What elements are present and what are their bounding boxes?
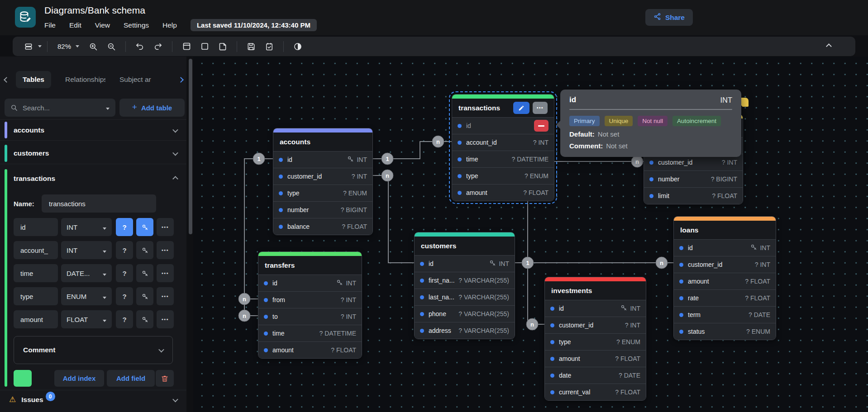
table-field-row[interactable]: to? INT [258,308,362,325]
field-more-button[interactable]: ••• [157,241,174,259]
table-field-row[interactable]: amount? FLOAT [545,350,646,367]
menu-file[interactable]: File [44,21,56,29]
table-header[interactable]: accounts [273,133,372,151]
table-header[interactable]: customers [415,237,515,255]
accordion-item-accounts[interactable]: accounts [0,119,186,141]
table-field-row[interactable]: idINT [674,239,776,256]
issues-bar[interactable]: ⚠ Issues 0 [0,390,186,409]
zoom-in-button[interactable] [85,39,102,54]
delete-field-button[interactable] [534,120,548,132]
table-field-row[interactable]: account_id? INT [452,134,554,151]
diagram-table-customers[interactable]: customersidINTfirst_na...? VARCHAR(255)l… [414,232,515,339]
primary-key-toggle[interactable] [136,264,153,282]
comment-collapsible[interactable]: Comment [14,336,173,364]
table-color-swatch[interactable] [14,370,32,387]
table-field-row[interactable]: type? ENUM [545,333,646,350]
theme-toggle-button[interactable] [289,39,306,54]
table-header[interactable]: investments [545,281,646,300]
table-header[interactable]: loans [674,221,776,239]
table-more-button[interactable]: ••• [533,102,548,114]
diagram-canvas[interactable]: 1nn1nn1nnn accountsidINTcustomer_id? INT… [193,57,868,412]
primary-key-toggle[interactable] [136,218,153,236]
zoom-out-button[interactable] [103,39,120,54]
table-field-row[interactable]: idINT [545,300,646,317]
tab-relationships[interactable]: Relationships [58,71,105,88]
primary-key-toggle[interactable] [136,287,153,305]
undo-button[interactable] [131,39,148,54]
search-input[interactable] [23,104,91,112]
diagram-table-investments[interactable]: investmentsidINTcustomer_id? INTtype? EN… [544,277,646,401]
add-table-button[interactable]: + Add table [119,99,185,117]
field-name-input[interactable]: type [14,287,58,305]
field-type-select[interactable]: INT [61,218,112,236]
tab-tables[interactable]: Tables [16,71,51,88]
nullable-toggle[interactable]: ? [116,218,133,236]
menu-view[interactable]: View [95,21,110,29]
table-field-row[interactable]: id [452,117,554,134]
table-field-row[interactable]: customer_id? INT [545,317,646,333]
table-field-row[interactable]: status? ENUM [674,323,776,340]
table-field-row[interactable]: address? VARCHAR(255) [415,322,515,339]
field-more-button[interactable]: ••• [157,218,174,236]
table-search[interactable] [5,99,115,117]
menu-edit[interactable]: Edit [69,21,81,29]
redo-button[interactable] [149,39,167,54]
menu-help[interactable]: Help [162,21,177,29]
table-name-input[interactable] [42,194,156,213]
field-name-input[interactable]: amount [14,310,58,328]
nullable-toggle[interactable]: ? [116,310,133,328]
table-field-row[interactable]: amount? FLOAT [674,273,776,289]
table-field-row[interactable]: term? DATE [674,306,776,323]
table-header[interactable]: transactions••• [452,99,554,117]
table-field-row[interactable]: customer_id? INT [674,256,776,273]
tab-subject-ar[interactable]: Subject ar [113,71,158,88]
edit-table-button[interactable] [513,102,529,114]
diagram-table-accounts[interactable]: accountsidINTcustomer_id? INTtype? ENUMn… [273,128,373,235]
diagram-table-loans[interactable]: loansidINTcustomer_id? INTamount? FLOATr… [673,216,776,340]
tabs-back-button[interactable] [5,76,9,83]
table-field-row[interactable]: idINT [273,151,372,168]
table-header[interactable]: transfers [258,256,362,275]
field-more-button[interactable]: ••• [157,310,174,328]
sidebar-scrollbar[interactable] [189,59,192,234]
table-field-row[interactable]: number? BIGINT [644,170,743,187]
table-field-row[interactable]: date? DATE [545,367,646,384]
layout-select-button[interactable] [20,39,37,54]
field-more-button[interactable]: ••• [157,264,174,282]
table-field-row[interactable]: balance? FLOAT [273,218,372,235]
field-type-select[interactable]: INT [61,241,112,259]
delete-table-button[interactable] [156,370,174,387]
table-field-row[interactable]: customer_id? INT [273,168,372,185]
accordion-item-customers[interactable]: customers [0,143,186,164]
table-field-row[interactable]: idINT [258,275,362,291]
tabs-forward-button[interactable] [179,76,183,83]
field-name-input[interactable]: time [14,264,58,282]
field-more-button[interactable]: ••• [157,287,174,305]
table-field-row[interactable]: amount? FLOAT [452,184,554,201]
field-name-input[interactable]: account_ [14,241,58,259]
field-name-input[interactable]: id [14,218,58,236]
table-field-row[interactable]: number? BIGINT [273,201,372,218]
nullable-toggle[interactable]: ? [116,264,133,282]
table-field-row[interactable]: phone? VARCHAR(255) [415,305,515,322]
nullable-toggle[interactable]: ? [116,287,133,305]
table-field-row[interactable]: limit? FLOAT [644,187,743,204]
table-field-row[interactable]: type? ENUM [273,185,372,201]
field-type-select[interactable]: ENUM [61,287,112,305]
nullable-toggle[interactable]: ? [116,241,133,259]
zoom-level-select[interactable]: 82% [53,43,84,50]
table-field-row[interactable]: time? DATETIME [258,325,362,341]
table-field-row[interactable]: type? ENUM [452,167,554,184]
collapse-toolbar-button[interactable] [827,43,831,50]
field-type-select[interactable]: FLOAT [61,310,112,328]
save-button[interactable] [243,39,260,54]
add-index-button[interactable]: Add index [54,370,104,387]
add-field-button[interactable]: Add field [107,370,155,387]
table-field-row[interactable]: from? INT [258,291,362,308]
add-note-button[interactable] [214,39,231,54]
diagram-table-transactions[interactable]: transactions•••idaccount_id? INTtime? DA… [452,94,554,201]
field-type-select[interactable]: DATE... [61,264,112,282]
table-field-row[interactable]: amount? FLOAT [258,341,362,358]
add-area-button[interactable] [196,39,213,54]
todo-list-button[interactable] [261,39,278,54]
